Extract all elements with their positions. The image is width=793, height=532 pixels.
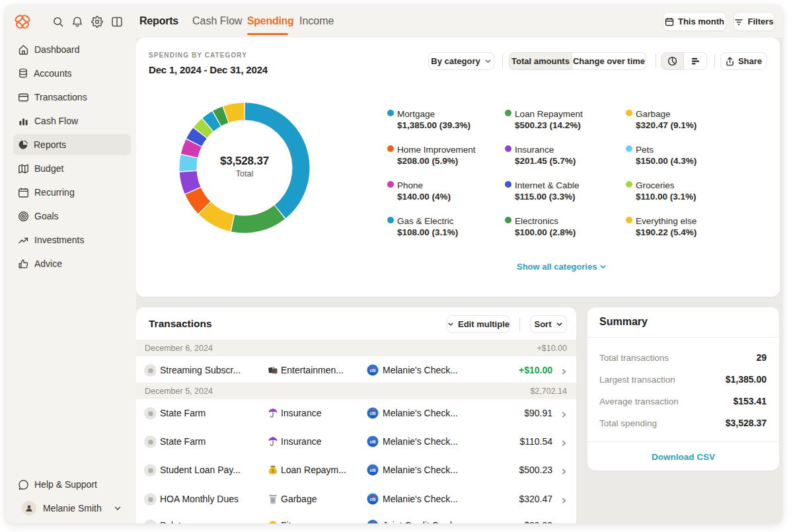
svg-text:$: $ [272, 469, 274, 474]
